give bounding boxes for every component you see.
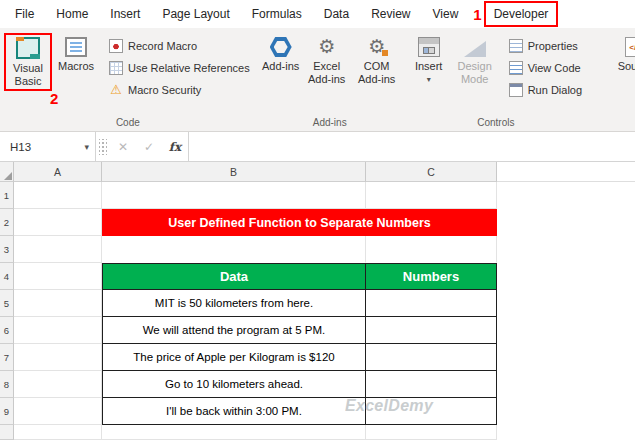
- cancel-button[interactable]: ✕: [110, 132, 136, 161]
- row-header-1[interactable]: 1: [0, 182, 14, 209]
- cell-fill-5[interactable]: [497, 290, 635, 317]
- cell-fill-4[interactable]: [497, 263, 635, 290]
- table-header-data[interactable]: Data: [102, 263, 366, 290]
- row-header-2[interactable]: 2: [0, 209, 14, 236]
- enter-button[interactable]: ✓: [136, 132, 162, 161]
- tab-review[interactable]: Review: [360, 1, 421, 27]
- excel-add-ins-button[interactable]: ⚙ Excel Add-ins: [302, 33, 352, 88]
- macros-button[interactable]: Macros: [52, 33, 100, 75]
- ribbon-group-code: Visual Basic 2 Macros Record Macro Use R…: [0, 28, 256, 131]
- row-header-4[interactable]: 4: [0, 263, 14, 290]
- name-box[interactable]: H13 ▾: [0, 132, 96, 161]
- row-header-6[interactable]: 6: [0, 317, 14, 344]
- annotation-step-2: 2: [50, 90, 58, 107]
- ribbon: Visual Basic 2 Macros Record Macro Use R…: [0, 28, 635, 132]
- record-macro-button[interactable]: Record Macro: [105, 36, 254, 55]
- insert-controls-button[interactable]: Insert ▾: [408, 33, 450, 85]
- insert-function-button[interactable]: fx: [162, 132, 188, 161]
- tab-insert[interactable]: Insert: [99, 1, 151, 27]
- cell-fill-2[interactable]: [497, 209, 635, 236]
- cell-fill-9[interactable]: [497, 398, 635, 425]
- add-ins-button[interactable]: Add-ins: [260, 33, 302, 75]
- worksheet-grid: A B C 1 2 User Defined Function to Separ…: [0, 162, 635, 440]
- excel-window: File Home Insert Page Layout Formulas Da…: [0, 0, 635, 440]
- com-add-ins-button[interactable]: ⚙ COM Add-ins: [352, 33, 402, 88]
- cell-c6[interactable]: [366, 317, 497, 344]
- row-header-8[interactable]: 8: [0, 371, 14, 398]
- tab-file[interactable]: File: [4, 1, 45, 27]
- cell-b1[interactable]: [102, 182, 366, 209]
- cell-b10[interactable]: [102, 425, 366, 440]
- cell-b3[interactable]: [102, 236, 366, 263]
- cell-b9[interactable]: I'll be back within 3:00 PM.: [102, 398, 366, 425]
- cell-c1[interactable]: [366, 182, 497, 209]
- cell-c8[interactable]: [366, 371, 497, 398]
- cell-a1[interactable]: [14, 182, 102, 209]
- name-box-value: H13: [10, 141, 31, 153]
- source-button[interactable]: </> Source: [610, 33, 635, 75]
- table-header-numbers[interactable]: Numbers: [366, 263, 497, 290]
- row-header-partial[interactable]: [0, 425, 14, 440]
- properties-button[interactable]: Properties: [505, 36, 586, 55]
- addins-group-label: Add-ins: [256, 117, 404, 128]
- column-header-c[interactable]: C: [366, 162, 497, 182]
- cell-c9[interactable]: [366, 398, 497, 425]
- warning-icon: ⚠: [109, 83, 123, 97]
- cell-a5[interactable]: [14, 290, 102, 317]
- visual-basic-button[interactable]: Visual Basic: [4, 33, 52, 91]
- tab-page-layout[interactable]: Page Layout: [151, 1, 240, 27]
- cell-b6[interactable]: We will attend the program at 5 PM.: [102, 317, 366, 344]
- design-mode-button[interactable]: Design Mode: [450, 33, 500, 88]
- cell-b5[interactable]: MIT is 50 kilometers from here.: [102, 290, 366, 317]
- name-box-caret-icon[interactable]: ▾: [84, 142, 89, 152]
- tab-formulas[interactable]: Formulas: [241, 1, 313, 27]
- tab-developer[interactable]: Developer: [484, 1, 559, 27]
- column-header-fill: [497, 162, 635, 182]
- formula-input[interactable]: [188, 132, 635, 161]
- cell-fill-7[interactable]: [497, 344, 635, 371]
- cell-b8[interactable]: Go to 10 kilometers ahead.: [102, 371, 366, 398]
- macro-security-button[interactable]: ⚠ Macro Security: [105, 80, 254, 99]
- tab-home[interactable]: Home: [45, 1, 99, 27]
- tab-data[interactable]: Data: [313, 1, 360, 27]
- run-dialog-label: Run Dialog: [528, 84, 582, 96]
- cell-c10[interactable]: [366, 425, 497, 440]
- grid-row-1: 1: [0, 182, 635, 209]
- column-header-a[interactable]: A: [14, 162, 102, 182]
- cell-a6[interactable]: [14, 317, 102, 344]
- code-glyph: </>: [629, 43, 635, 52]
- select-all-corner[interactable]: [0, 162, 14, 182]
- cell-fill-10[interactable]: [497, 425, 635, 440]
- cell-a9[interactable]: [14, 398, 102, 425]
- cell-a4[interactable]: [14, 263, 102, 290]
- cell-a10[interactable]: [14, 425, 102, 440]
- cell-fill-8[interactable]: [497, 371, 635, 398]
- row-header-9[interactable]: 9: [0, 398, 14, 425]
- row-header-3[interactable]: 3: [0, 236, 14, 263]
- formula-bar-drag-dots[interactable]: [99, 139, 107, 155]
- use-relative-references-button[interactable]: Use Relative References: [105, 58, 254, 77]
- column-header-b[interactable]: B: [102, 162, 366, 182]
- cell-b7[interactable]: The price of Apple per Kilogram is $120: [102, 344, 366, 371]
- cell-a7[interactable]: [14, 344, 102, 371]
- title-banner[interactable]: User Defined Function to Separate Number…: [102, 209, 497, 236]
- row-header-7[interactable]: 7: [0, 344, 14, 371]
- record-macro-label: Record Macro: [128, 40, 197, 52]
- cell-fill-3[interactable]: [497, 236, 635, 263]
- cell-a3[interactable]: [14, 236, 102, 263]
- design-mode-label: Design Mode: [452, 60, 498, 86]
- cell-c7[interactable]: [366, 344, 497, 371]
- excel-add-ins-label: Excel Add-ins: [304, 60, 350, 86]
- add-ins-label: Add-ins: [262, 60, 299, 73]
- cell-fill-1[interactable]: [497, 182, 635, 209]
- run-dialog-button[interactable]: Run Dialog: [505, 80, 586, 99]
- row-header-5[interactable]: 5: [0, 290, 14, 317]
- view-code-button[interactable]: View Code: [505, 58, 586, 77]
- cell-a8[interactable]: [14, 371, 102, 398]
- cell-fill-6[interactable]: [497, 317, 635, 344]
- cell-a2[interactable]: [14, 209, 102, 236]
- properties-label: Properties: [528, 40, 578, 52]
- cell-c5[interactable]: [366, 290, 497, 317]
- cell-c3[interactable]: [366, 236, 497, 263]
- tab-view[interactable]: View: [422, 1, 470, 27]
